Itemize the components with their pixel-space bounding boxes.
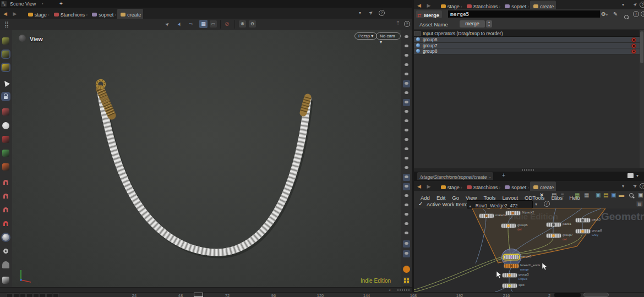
pane-menu-icon[interactable]: ▾	[636, 173, 638, 178]
collapse-left-icon[interactable]: ◂	[389, 288, 390, 292]
bug-icon[interactable]: ❋	[239, 20, 246, 28]
params-scrollbar[interactable]	[640, 30, 644, 168]
work-item-dropdown-icon[interactable]: ▾	[535, 202, 537, 207]
display-option-icon[interactable]	[403, 62, 410, 69]
display-option-icon[interactable]	[403, 193, 410, 200]
shelf-tool-icon[interactable]	[2, 64, 9, 71]
info-icon[interactable]: i	[544, 201, 550, 207]
display-option-icon[interactable]	[403, 43, 410, 50]
network-editor[interactable]: Indie Edition Geometry	[414, 208, 644, 292]
display-option-icon[interactable]	[403, 52, 410, 59]
path-dropdown-icon[interactable]: ▾	[622, 2, 624, 7]
display-option-icon[interactable]	[403, 230, 410, 237]
pin-icon[interactable]: ➤	[632, 183, 638, 190]
brush-icon[interactable]: ✎	[613, 11, 618, 17]
translate-icon[interactable]: ➤	[176, 21, 183, 27]
pose-icon[interactable]: ⤳	[189, 21, 193, 27]
transport-button[interactable]	[26, 293, 32, 297]
display-option-icon[interactable]	[403, 146, 410, 153]
display-option-icon[interactable]	[403, 71, 410, 78]
input-operator-row[interactable]: group7	[414, 43, 640, 49]
select-arrow-icon[interactable]: ➤	[164, 21, 171, 28]
transport-button[interactable]	[46, 293, 52, 297]
display-option-icon[interactable]	[403, 34, 410, 41]
active-work-item-checkbox[interactable]: ✓	[418, 201, 423, 207]
delete-operator-icon[interactable]	[631, 43, 636, 48]
info-icon[interactable]: i	[633, 11, 639, 17]
tab-scene-view[interactable]: Scene View	[10, 1, 36, 7]
notes-icon[interactable]: ▤	[552, 192, 556, 198]
display-option-icon[interactable]	[403, 136, 410, 144]
pane-maximize-icon[interactable]	[627, 173, 634, 178]
help-icon[interactable]: ?	[640, 183, 644, 189]
back-icon[interactable]: ◀	[417, 184, 421, 189]
path-dropdown-icon[interactable]: ▾	[622, 184, 624, 189]
display-option-icon[interactable]	[403, 108, 410, 116]
splitter-grip[interactable]	[522, 169, 534, 171]
no-op-tool-icon[interactable]	[2, 248, 9, 255]
display-option-icon[interactable]	[403, 183, 410, 190]
viewport-help-icon[interactable]: ?	[404, 21, 410, 27]
node-name-input[interactable]: merge5	[448, 10, 600, 18]
help-icon[interactable]: ?	[379, 10, 385, 16]
back-icon[interactable]: ◀	[417, 3, 421, 8]
work-item-select[interactable]: ● Row1_Wedge2_472	[467, 200, 533, 208]
display-option-icon[interactable]	[403, 211, 410, 218]
breadcrumb-item-stage[interactable]: stage	[438, 182, 460, 191]
current-frame-field[interactable]	[554, 293, 581, 297]
new-tab-button[interactable]: +	[502, 172, 505, 178]
network-path-tab[interactable]: /stage/Stanchions/sopnet/create ▪	[417, 172, 493, 180]
asset-name-select[interactable]: merge	[460, 20, 485, 28]
view-tool-icon[interactable]	[2, 234, 9, 241]
asset-stepper[interactable]: ▲▼	[486, 20, 492, 28]
pin-icon[interactable]: ➤	[368, 9, 374, 16]
forward-icon[interactable]: ▶	[427, 184, 430, 189]
breadcrumb-item-create[interactable]: create	[117, 9, 143, 20]
display-option-icon[interactable]	[403, 127, 410, 134]
display-option-icon[interactable]	[403, 80, 410, 87]
snap-edge-icon[interactable]	[2, 193, 9, 200]
display-option-icon[interactable]	[403, 164, 410, 172]
grid-toggle-icon[interactable]	[403, 277, 410, 284]
gear-icon[interactable]: ⚙▾	[601, 11, 608, 17]
grid-icon[interactable]: ▦	[584, 192, 589, 198]
display-option-icon[interactable]	[403, 155, 410, 162]
forward-icon[interactable]: ▶	[427, 3, 430, 8]
delete-operator-icon[interactable]	[631, 37, 636, 42]
forward-icon[interactable]: ▶	[13, 11, 17, 16]
handles-tool-icon[interactable]	[2, 108, 9, 116]
display-option-icon[interactable]	[403, 202, 410, 209]
glove-tool-icon[interactable]	[2, 277, 9, 284]
snap-point-icon[interactable]	[2, 206, 9, 213]
select-mode-grid-icon[interactable]: ⣿	[4, 21, 12, 28]
grip-dots[interactable]	[397, 289, 410, 291]
no-snap-icon[interactable]: ⊘	[225, 21, 229, 27]
list-handle-icon[interactable]	[414, 31, 421, 36]
transport-button[interactable]	[20, 293, 26, 297]
input-operator-row[interactable]: group8	[414, 48, 640, 54]
grid-color-icon[interactable]: ▦	[575, 192, 580, 198]
display-option-icon[interactable]	[403, 250, 410, 257]
help-icon[interactable]: ?	[640, 2, 644, 8]
secure-selection-lock-icon[interactable]	[2, 93, 9, 100]
tab-close-icon[interactable]: ▪	[489, 175, 490, 179]
display-option-icon[interactable]	[403, 240, 410, 248]
highlight-mode-icon[interactable]: ▦	[199, 20, 208, 28]
display-option-icon[interactable]	[403, 118, 410, 125]
marquee-icon[interactable]: ▭	[210, 20, 217, 28]
display-option-icon[interactable]	[403, 174, 410, 181]
network-list-icon[interactable]: ▤	[636, 201, 643, 207]
character-tool-icon[interactable]	[2, 150, 9, 157]
snapshot-icon[interactable]: ▣	[638, 192, 643, 198]
notification-icon[interactable]	[403, 266, 410, 273]
display-option-icon[interactable]	[403, 90, 410, 97]
scrollbar-thumb[interactable]	[640, 31, 643, 63]
panel-blue-icon[interactable]: ▣	[596, 192, 601, 198]
tab-close-icon[interactable]: ▪	[42, 2, 43, 6]
sticky-note-icon[interactable]: ▤	[603, 192, 608, 198]
shelf-tool-icon[interactable]	[2, 51, 9, 58]
dome-tool-icon[interactable]	[2, 261, 9, 268]
playhead-marker[interactable]	[194, 293, 203, 297]
snap-grid-icon[interactable]	[2, 179, 9, 186]
search-icon[interactable]	[624, 15, 629, 19]
